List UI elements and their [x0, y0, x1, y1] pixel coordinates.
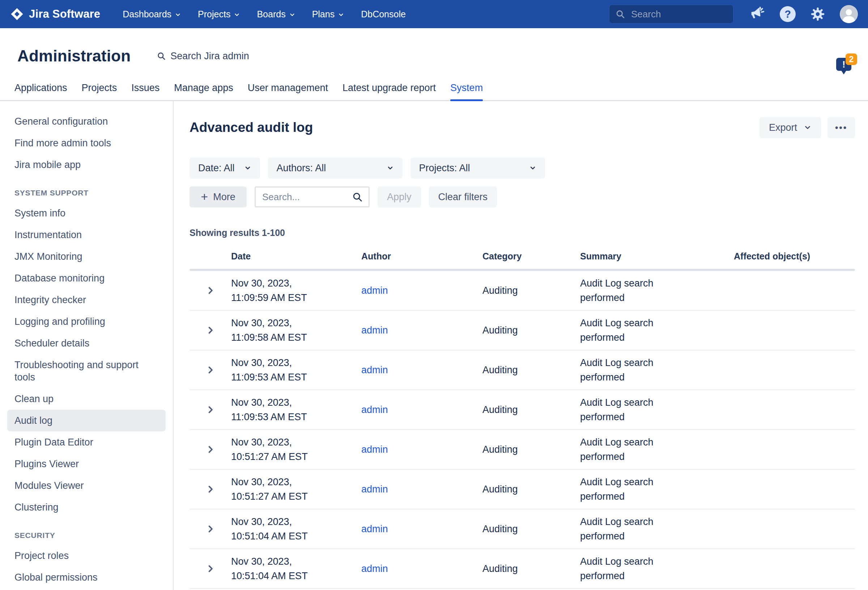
table-row: Nov 30, 2023, 10:51:04 AM EST admin Audi… — [189, 509, 855, 549]
expand-row-button[interactable] — [189, 524, 231, 534]
nav-item-boards[interactable]: Boards — [257, 9, 295, 19]
nav-item-projects[interactable]: Projects — [198, 9, 240, 19]
nav-item-plans[interactable]: Plans — [312, 9, 345, 19]
sidebar-item-project-roles[interactable]: Project roles — [15, 545, 155, 566]
section-title: Advanced audit log — [189, 120, 313, 135]
column-header-summary: Summary — [580, 251, 734, 262]
cell-author: admin — [361, 403, 483, 417]
author-link[interactable]: admin — [361, 404, 388, 415]
sidebar-item-plugins-viewer[interactable]: Plugins Viewer — [15, 453, 155, 475]
cell-date: Nov 30, 2023, 11:09:59 AM EST — [231, 276, 322, 305]
sidebar-item-database-monitoring[interactable]: Database monitoring — [15, 267, 155, 289]
author-link[interactable]: admin — [361, 365, 388, 375]
tab-system[interactable]: System — [450, 82, 483, 100]
cell-category: Auditing — [483, 283, 580, 298]
date-filter-dropdown[interactable]: Date: All — [189, 157, 260, 178]
sidebar-item-label: Modules Viewer — [15, 480, 84, 491]
user-avatar[interactable] — [840, 5, 858, 23]
notification-count-badge: 2 — [846, 53, 857, 65]
expand-row-button[interactable] — [189, 564, 231, 574]
settings-gear-icon[interactable] — [810, 6, 825, 22]
tab-label: User management — [248, 82, 328, 93]
cell-author: admin — [361, 482, 483, 496]
tab-latest-upgrade-report[interactable]: Latest upgrade report — [342, 82, 436, 100]
sidebar-item-clean-up[interactable]: Clean up — [15, 388, 155, 410]
author-link[interactable]: admin — [361, 285, 388, 296]
filter-search-input[interactable] — [261, 191, 348, 203]
sidebar-item-jmx-monitoring[interactable]: JMX Monitoring — [15, 246, 155, 267]
sidebar-item-jira-mobile-app[interactable]: Jira mobile app — [15, 154, 155, 176]
expand-row-button[interactable] — [189, 444, 231, 455]
apply-label: Apply — [387, 191, 412, 203]
nav-item-dbconsole[interactable]: DbConsole — [361, 9, 406, 19]
sidebar-item-clustering[interactable]: Clustering — [15, 496, 155, 518]
author-link[interactable]: admin — [361, 563, 388, 574]
system-sidebar: General configuration Find more admin to… — [0, 101, 174, 590]
tab-issues[interactable]: Issues — [131, 82, 159, 100]
tab-user-management[interactable]: User management — [248, 82, 328, 100]
search-icon — [156, 51, 166, 61]
audit-log-table: Date Author Category Summary Affected ob… — [189, 251, 855, 589]
feedback-notification-button[interactable]: ! 2 — [836, 53, 857, 76]
sidebar-item-label: Scheduler details — [15, 338, 89, 349]
date-filter-label: Date: All — [198, 163, 235, 174]
announcement-megaphone-icon[interactable] — [749, 6, 765, 22]
navbar-search[interactable] — [609, 5, 734, 24]
search-icon — [615, 9, 625, 19]
nav-item-label: Dashboards — [123, 9, 171, 19]
author-link[interactable]: admin — [361, 484, 388, 494]
nav-item-dashboards[interactable]: Dashboards — [123, 9, 181, 19]
projects-filter-dropdown[interactable]: Projects: All — [410, 157, 545, 178]
author-link[interactable]: admin — [361, 444, 388, 455]
export-button[interactable]: Export — [760, 117, 821, 138]
chevron-down-icon — [804, 124, 812, 131]
sidebar-item-global-permissions[interactable]: Global permissions — [15, 566, 155, 588]
more-filters-button[interactable]: + More — [189, 187, 247, 207]
chevron-right-icon — [205, 484, 216, 494]
sidebar-item-plugin-data-editor[interactable]: Plugin Data Editor — [15, 431, 155, 453]
help-icon[interactable]: ? — [780, 6, 796, 22]
sidebar-item-instrumentation[interactable]: Instrumentation — [15, 224, 155, 246]
table-row: Nov 30, 2023, 11:09:59 AM EST admin Audi… — [189, 271, 855, 311]
tab-label: Issues — [131, 82, 159, 93]
sidebar-section-heading: SECURITY — [15, 531, 165, 540]
cell-category: Auditing — [483, 403, 580, 417]
cell-summary: Audit Log search performed — [580, 316, 687, 345]
author-link[interactable]: admin — [361, 524, 388, 534]
chevron-down-icon — [289, 12, 295, 18]
sidebar-item-find-more-admin-tools[interactable]: Find more admin tools — [15, 132, 155, 154]
sidebar-item-logging-and-profiling[interactable]: Logging and profiling — [15, 311, 155, 333]
navbar-search-input[interactable] — [630, 8, 727, 20]
sidebar-item-label: Logging and profiling — [15, 316, 105, 327]
authors-filter-dropdown[interactable]: Authors: All — [268, 157, 403, 178]
more-options-button[interactable]: ••• — [828, 117, 855, 138]
admin-search[interactable]: Search Jira admin — [156, 51, 249, 62]
clear-filters-button[interactable]: Clear filters — [429, 187, 497, 207]
sidebar-item-integrity-checker[interactable]: Integrity checker — [15, 289, 155, 311]
expand-row-button[interactable] — [189, 325, 231, 335]
tab-projects[interactable]: Projects — [82, 82, 117, 100]
apply-button[interactable]: Apply — [378, 187, 421, 207]
chevron-right-icon — [205, 444, 216, 455]
sidebar-item-audit-log[interactable]: Audit log — [7, 410, 165, 431]
sidebar-item-label: System info — [15, 208, 65, 219]
nav-item-label: DbConsole — [361, 9, 406, 19]
sidebar-item-scheduler-details[interactable]: Scheduler details — [15, 333, 155, 354]
bubble-tail — [840, 69, 847, 74]
sidebar-item-modules-viewer[interactable]: Modules Viewer — [15, 475, 155, 496]
sidebar-item-general-configuration[interactable]: General configuration — [15, 110, 155, 132]
tab-manage-apps[interactable]: Manage apps — [174, 82, 233, 100]
author-link[interactable]: admin — [361, 325, 388, 335]
jira-logo[interactable]: Jira Software — [10, 7, 100, 21]
expand-row-button[interactable] — [189, 484, 231, 494]
table-row: Nov 30, 2023, 11:09:58 AM EST admin Audi… — [189, 311, 855, 350]
search-icon[interactable] — [352, 191, 363, 202]
expand-row-button[interactable] — [189, 405, 231, 415]
sidebar-item-system-info[interactable]: System info — [15, 202, 155, 224]
expand-row-button[interactable] — [189, 365, 231, 375]
sidebar-item-troubleshooting-and-support-tools[interactable]: Troubleshooting and support tools — [15, 354, 155, 388]
tab-applications[interactable]: Applications — [15, 82, 67, 100]
cell-summary: Audit Log search performed — [580, 276, 687, 305]
expand-row-button[interactable] — [189, 285, 231, 296]
cell-category: Auditing — [483, 323, 580, 337]
